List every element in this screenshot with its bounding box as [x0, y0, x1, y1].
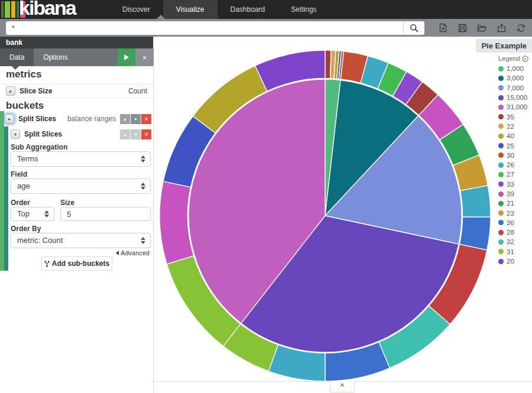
- nav-tab-visualize[interactable]: Visualize: [163, 0, 218, 19]
- chevron-down-icon: ▾: [14, 132, 17, 137]
- select-arrows-icon: [44, 210, 49, 217]
- field-label: Field: [11, 170, 27, 178]
- save-icon: [458, 24, 467, 33]
- down-arrow-icon: ▼: [134, 117, 138, 121]
- up-arrow-icon: ▲: [123, 132, 127, 137]
- move-sub-bucket-up-button[interactable]: ▲: [120, 129, 130, 139]
- discard-changes-button[interactable]: ×: [135, 48, 154, 66]
- field-select[interactable]: age: [11, 178, 151, 194]
- open-folder-icon: [477, 24, 487, 32]
- nav-tabs: Discover Visualize Dashboard Settings: [109, 0, 330, 19]
- active-tab-notch: [157, 15, 165, 19]
- play-icon: [124, 54, 129, 60]
- order-by-label: Order By: [11, 225, 41, 233]
- metric-row-slice-size: ▸ Slice Size Count: [0, 84, 153, 98]
- remove-icon: ×: [144, 115, 148, 122]
- metric-value: Count: [128, 87, 147, 95]
- order-by-select[interactable]: metric: Count: [11, 233, 151, 248]
- sub-bucket-stripe: [4, 126, 8, 271]
- remove-bucket-button[interactable]: ×: [141, 114, 151, 124]
- vis-editor-sidebar: bank Data Options × metrics ▸ Slice Size…: [0, 37, 154, 393]
- brand-wordmark: kibana: [19, 0, 76, 20]
- nav-tab-discover[interactable]: Discover: [109, 0, 163, 19]
- new-document-icon: [439, 23, 447, 33]
- share-icon: [497, 24, 506, 33]
- order-value: Top: [17, 209, 30, 218]
- pie-slice-outer[interactable]: 26: [460, 186, 491, 217]
- new-visualization-button[interactable]: [433, 19, 453, 37]
- close-icon: ×: [142, 53, 147, 62]
- collapse-sub-bucket-button[interactable]: ▾: [11, 129, 20, 139]
- logo-bar: [1, 1, 4, 18]
- select-arrows-icon: [141, 237, 145, 244]
- tab-data[interactable]: Data: [0, 48, 34, 66]
- sub-aggregation-select[interactable]: Terms: [11, 151, 151, 167]
- size-input[interactable]: [60, 207, 151, 221]
- expand-metric-button[interactable]: ▸: [6, 86, 15, 96]
- query-toolbar: [0, 19, 532, 37]
- remove-icon: ×: [144, 131, 148, 138]
- search-button[interactable]: [403, 21, 424, 35]
- fork-icon: [44, 261, 50, 267]
- save-visualization-button[interactable]: [453, 19, 472, 37]
- sub-bucket-type-label: Split Slices: [24, 130, 62, 138]
- apply-changes-button[interactable]: [118, 48, 135, 66]
- magnifier-icon: [410, 24, 419, 33]
- nav-tab-dashboard[interactable]: Dashboard: [218, 0, 278, 19]
- bucket-type-label: Split Slices: [18, 115, 56, 123]
- order-select[interactable]: Top: [11, 207, 54, 221]
- logo-bar: [11, 1, 15, 18]
- field-value: age: [17, 181, 30, 190]
- down-arrow-icon: ▼: [134, 132, 138, 137]
- share-visualization-button[interactable]: [492, 19, 511, 37]
- order-label: Order: [11, 199, 30, 207]
- index-pattern-label: bank: [0, 37, 153, 48]
- move-bucket-down-button[interactable]: ▼: [131, 114, 141, 124]
- tab-options[interactable]: Options: [34, 48, 77, 66]
- add-sub-buckets-label: Add sub-buckets: [52, 259, 109, 268]
- top-navbar: kibana Discover Visualize Dashboard Sett…: [0, 0, 532, 19]
- metrics-heading: metrics: [6, 69, 41, 80]
- up-arrow-icon: ▲: [123, 117, 127, 121]
- size-label: Size: [60, 199, 74, 207]
- remove-sub-bucket-button[interactable]: ×: [141, 129, 151, 139]
- move-bucket-up-button[interactable]: ▲: [120, 114, 130, 124]
- expand-bucket-button[interactable]: ▸: [5, 114, 14, 124]
- buckets-heading: buckets: [6, 100, 44, 112]
- search-box: [6, 21, 424, 35]
- pie-chart-svg[interactable]: 1,0003,0007,00015,00031,0003522402530302…: [155, 37, 531, 382]
- advanced-toggle[interactable]: Advanced: [116, 249, 150, 256]
- vis-action-icons: [433, 19, 531, 37]
- metric-label: Slice Size: [20, 87, 52, 95]
- bucket-row-split-slices: ▸ Split Slices balance ranges ▲ ▼ ×: [0, 112, 153, 125]
- refresh-icon: [517, 24, 525, 33]
- nav-tab-settings[interactable]: Settings: [278, 0, 329, 19]
- bucket-agg-label: balance ranges: [67, 114, 116, 124]
- select-arrows-icon: [141, 155, 145, 163]
- chevron-up-icon: ^: [340, 382, 344, 389]
- chevron-right-icon: ▸: [8, 116, 11, 122]
- sub-bucket-controls: ▲ ▼ ×: [119, 129, 151, 139]
- select-arrows-icon: [141, 183, 145, 190]
- refresh-button[interactable]: [511, 19, 531, 37]
- add-sub-buckets-button[interactable]: Add sub-buckets: [41, 256, 112, 271]
- logo-bar: [5, 1, 10, 18]
- order-by-value: metric: Count: [17, 236, 63, 245]
- advanced-label: Advanced: [121, 249, 150, 256]
- pie-chart: 1,0003,0007,00015,00031,0003522402530302…: [155, 37, 531, 384]
- move-sub-bucket-down-button[interactable]: ▼: [131, 129, 141, 139]
- sub-bucket-row-split-slices: ▾ Split Slices ▲ ▼ ×: [0, 128, 153, 141]
- kibana-app: kibana Discover Visualize Dashboard Sett…: [0, 0, 532, 393]
- bucket-controls: balance ranges ▲ ▼ ×: [67, 114, 151, 124]
- collapse-sidebar-tab[interactable]: ^: [330, 381, 355, 392]
- sub-aggregation-label: Sub Aggregation: [11, 143, 67, 151]
- sub-aggregation-value: Terms: [17, 154, 38, 163]
- advanced-caret-icon: [116, 251, 119, 255]
- load-visualization-button[interactable]: [472, 19, 492, 37]
- chevron-right-icon: ▸: [9, 89, 12, 94]
- query-input[interactable]: [6, 21, 403, 35]
